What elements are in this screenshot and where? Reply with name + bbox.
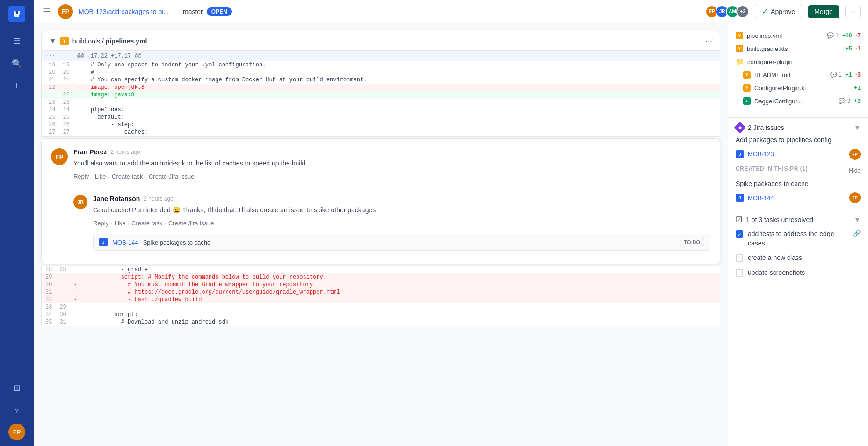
- create-jira-action[interactable]: Create Jira issue: [149, 173, 195, 181]
- task-3-checkbox[interactable]: [736, 269, 743, 277]
- task-1-checkbox[interactable]: [736, 230, 743, 238]
- jira-issue-row: J MOB-123 FP: [736, 149, 861, 160]
- nested-comment-author: Jane Rotanson: [93, 195, 140, 202]
- file-item-readme[interactable]: Y README.md 💬 1 +1 -3: [728, 68, 868, 81]
- nested-create-task-action[interactable]: Create task: [131, 220, 162, 228]
- jira-task-id[interactable]: MOB-144: [112, 239, 138, 246]
- readme-file-name: README.md: [754, 72, 826, 79]
- help-icon[interactable]: ?: [7, 401, 26, 420]
- task-item-2: create a new class: [736, 253, 861, 263]
- nested-comment-header: Jane Rotanson 2 hours ago: [93, 195, 710, 202]
- diff-table-before: ··· @@ -17,22 +17,17 @@ 19 19 # Only use…: [41, 51, 720, 137]
- diff-line-23: 23 23: [42, 99, 720, 106]
- comment-time: 2 hours ago: [111, 149, 140, 155]
- file-item-configurer-plugin[interactable]: 📁 configurer-plugin: [728, 55, 868, 68]
- diff-line-33: 33 29: [42, 303, 720, 311]
- create-task-action[interactable]: Create task: [112, 173, 143, 181]
- diff-line-30-removed: 30 - # You must commit the Gradle wrappe…: [42, 281, 720, 288]
- file-item-dagger[interactable]: + DaggerConfigur... 💬 3 +3: [728, 94, 868, 108]
- pipelines-comment-count: 💬 1: [827, 32, 839, 39]
- jira-diamond-icon: ◆: [734, 122, 745, 133]
- diff-line-21: 21 21 # You can specify a custom docker …: [42, 76, 720, 84]
- task-2-checkbox[interactable]: [736, 254, 743, 262]
- created-in-pr-header: CREATED IN THIS PR (1) Hide: [736, 165, 861, 176]
- content-area: ▼ Y buildtools / pipelines.yml ··· ··· @…: [34, 23, 868, 446]
- search-icon[interactable]: 🔍: [7, 54, 26, 73]
- apps-icon[interactable]: ⊞: [7, 379, 26, 397]
- main-content: ☰ FP MOB-123/add packages to pi... → mas…: [34, 0, 868, 446]
- configurerplugin-plus-stat: +1: [854, 85, 861, 91]
- create-icon[interactable]: +: [7, 77, 26, 95]
- right-panel: Y pipelines.yml 💬 1 +10 -7 Y build.gradl…: [728, 23, 868, 446]
- spike-issue-id[interactable]: MOB-144: [748, 194, 774, 201]
- folder-icon: 📁: [736, 58, 744, 65]
- nested-comment-actions: Reply · Like · Create task · Create Jira…: [93, 220, 710, 228]
- jira-issue-assignee-avatar: FP: [849, 149, 861, 160]
- readme-minus-stat: -3: [855, 72, 861, 78]
- jira-issues-section: ◆ 2 Jira issues ▼ Add packages to pipeli…: [728, 117, 868, 209]
- nested-reply-action[interactable]: Reply: [93, 220, 108, 228]
- diff-line-31-removed: 31 - # https://docs.gradle.org/current/u…: [42, 288, 720, 296]
- jira-section-header[interactable]: ◆ 2 Jira issues ▼: [736, 123, 861, 132]
- diff-line-24: 24 24 pipelines:: [42, 106, 720, 114]
- diff-line-25: 25 25 default:: [42, 114, 720, 121]
- file-item-pipelines[interactable]: Y pipelines.yml 💬 1 +10 -7: [728, 29, 868, 42]
- comment-main: FP Fran Perez 2 hours ago You'll also wa…: [51, 148, 710, 181]
- reviewer-extra-count: +2: [736, 5, 749, 18]
- gradle-file-name: build.gradle.kts: [747, 45, 842, 52]
- dagger-file-icon: +: [743, 97, 751, 105]
- created-in-pr-label: CREATED IN THIS PR (1): [736, 165, 808, 172]
- menu-icon[interactable]: ☰: [7, 32, 26, 50]
- readme-plus-stat: +1: [846, 72, 852, 78]
- like-action[interactable]: Like: [95, 173, 106, 181]
- file-item-gradle[interactable]: Y build.gradle.kts +5 -1: [728, 42, 868, 55]
- diff-line-26: 26 26 - step:: [42, 121, 720, 129]
- jira-task-name: Spike packages to cache: [143, 239, 675, 246]
- task-1-link-icon[interactable]: 🔗: [853, 230, 861, 237]
- dagger-comment-count: 💬 3: [839, 98, 850, 104]
- branch-name[interactable]: MOB-123/add packages to pi...: [79, 8, 169, 15]
- diff-line-20: 20 20 # -----: [42, 69, 720, 76]
- nested-comment-text: Good cache! Pun intended 😀 Thanks, I'll …: [93, 205, 710, 215]
- comment-author: Fran Perez: [73, 148, 107, 156]
- sidebar: ☰ 🔍 + ⊞ ? FP: [0, 0, 34, 446]
- jira-issue-title: Add packages to pipelines config: [736, 136, 861, 145]
- file-collapse-chevron[interactable]: ▼: [49, 37, 57, 45]
- file-type-icon: Y: [60, 37, 69, 45]
- comment-body: Fran Perez 2 hours ago You'll also want …: [73, 148, 710, 181]
- arrow-icon: →: [173, 8, 179, 15]
- bitbucket-logo[interactable]: [8, 6, 25, 22]
- hide-created-link[interactable]: Hide: [849, 167, 861, 174]
- task-item-1: add tests to address the edge cases 🔗: [736, 230, 861, 248]
- comment-text: You'll also want to add the android-sdk …: [73, 158, 710, 168]
- reviewer-avatars: FP JR AM +2: [705, 5, 749, 18]
- more-options-button[interactable]: ···: [845, 5, 861, 18]
- task-item-3: update screenshots: [736, 268, 861, 278]
- tasks-section: ☑ 1 of 3 tasks unresolved ▼ add tests to…: [728, 209, 868, 288]
- avatar-initials: FP: [8, 424, 25, 440]
- user-avatar[interactable]: FP: [8, 424, 25, 440]
- jira-task-icon: J: [99, 238, 108, 246]
- readme-comment-count: 💬 1: [830, 72, 842, 78]
- configurerplugin-file-name: ConfigurerPlugin.kt: [754, 85, 850, 92]
- topbar-menu-button[interactable]: ☰: [41, 5, 52, 19]
- diff-line-34: 34 30 script:: [42, 311, 720, 318]
- spike-issue-assignee-avatar: FP: [849, 192, 861, 203]
- file-item-configurer-plugin-kt[interactable]: Y ConfigurerPlugin.kt +1: [728, 81, 868, 94]
- merge-button[interactable]: Merge: [808, 5, 839, 18]
- pipelines-minus-stat: -7: [855, 32, 861, 39]
- jira-issue-id[interactable]: MOB-123: [748, 151, 774, 158]
- approve-button[interactable]: ✓ Approve: [755, 4, 802, 19]
- approve-icon: ✓: [762, 7, 768, 16]
- spike-issue-title: Spike packages to cache: [736, 180, 861, 189]
- file-more-button[interactable]: ···: [705, 36, 712, 46]
- reply-action[interactable]: Reply: [73, 173, 89, 181]
- topbar: ☰ FP MOB-123/add packages to pi... → mas…: [34, 0, 868, 23]
- nested-like-action[interactable]: Like: [115, 220, 126, 228]
- gradle-plus-stat: +5: [846, 45, 852, 52]
- nested-create-jira-action[interactable]: Create Jira issue: [168, 220, 214, 228]
- file-header: ▼ Y buildtools / pipelines.yml ···: [41, 31, 720, 51]
- diff-panel: ▼ Y buildtools / pipelines.yml ··· ··· @…: [34, 23, 728, 446]
- spike-issue-icon: J: [736, 194, 744, 202]
- tasks-section-header[interactable]: ☑ 1 of 3 tasks unresolved ▼: [736, 215, 861, 224]
